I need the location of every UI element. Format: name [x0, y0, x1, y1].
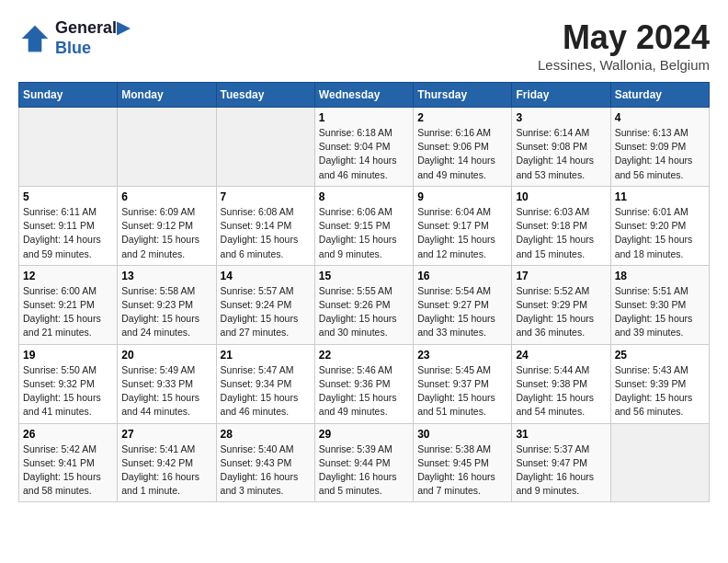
calendar-cell: 9Sunrise: 6:04 AMSunset: 9:17 PMDaylight… [414, 186, 512, 265]
weekday-header-monday: Monday [118, 83, 216, 108]
day-info: Sunrise: 6:13 AMSunset: 9:09 PMDaylight:… [615, 126, 705, 182]
calendar-cell: 3Sunrise: 6:14 AMSunset: 9:08 PMDaylight… [512, 108, 610, 187]
weekday-header-friday: Friday [512, 83, 610, 108]
day-info: Sunrise: 5:38 AMSunset: 9:45 PMDaylight:… [417, 442, 507, 499]
calendar-cell: 20Sunrise: 5:49 AMSunset: 9:33 PMDayligh… [118, 344, 216, 423]
day-info: Sunrise: 5:46 AMSunset: 9:36 PMDaylight:… [319, 363, 409, 419]
day-number: 2 [417, 111, 507, 124]
day-number: 21 [221, 349, 311, 362]
day-info: Sunrise: 5:45 AMSunset: 9:37 PMDaylight:… [417, 363, 507, 419]
day-number: 30 [417, 428, 507, 441]
calendar-cell: 5Sunrise: 6:11 AMSunset: 9:11 PMDaylight… [19, 186, 118, 265]
calendar-table: SundayMondayTuesdayWednesdayThursdayFrid… [18, 82, 710, 502]
day-number: 15 [319, 270, 409, 282]
calendar-cell: 22Sunrise: 5:46 AMSunset: 9:36 PMDayligh… [314, 344, 413, 423]
day-number: 22 [319, 349, 409, 362]
page-header: General▶ Blue May 2024 Lessines, Walloni… [18, 18, 710, 73]
logo-text: General▶ Blue [55, 18, 130, 58]
calendar-cell: 8Sunrise: 6:06 AMSunset: 9:15 PMDaylight… [314, 186, 413, 265]
day-info: Sunrise: 6:16 AMSunset: 9:06 PMDaylight:… [417, 126, 507, 182]
day-info: Sunrise: 5:49 AMSunset: 9:33 PMDaylight:… [121, 363, 211, 419]
day-number: 14 [221, 270, 311, 282]
day-info: Sunrise: 5:41 AMSunset: 9:42 PMDaylight:… [121, 442, 211, 499]
location-subtitle: Lessines, Wallonia, Belgium [538, 57, 710, 73]
day-number: 13 [121, 270, 211, 282]
day-info: Sunrise: 6:04 AMSunset: 9:17 PMDaylight:… [417, 205, 507, 261]
day-number: 29 [319, 428, 409, 441]
day-info: Sunrise: 5:51 AMSunset: 9:30 PMDaylight:… [615, 284, 705, 340]
day-info: Sunrise: 6:08 AMSunset: 9:14 PMDaylight:… [221, 205, 311, 261]
day-info: Sunrise: 5:37 AMSunset: 9:47 PMDaylight:… [516, 442, 606, 499]
calendar-cell: 16Sunrise: 5:54 AMSunset: 9:27 PMDayligh… [414, 265, 512, 344]
day-number: 6 [121, 190, 211, 203]
day-info: Sunrise: 5:44 AMSunset: 9:38 PMDaylight:… [516, 363, 606, 419]
logo-icon [18, 22, 51, 55]
day-number: 18 [615, 270, 705, 282]
calendar-cell: 6Sunrise: 6:09 AMSunset: 9:12 PMDaylight… [118, 186, 216, 265]
day-number: 17 [516, 270, 606, 282]
day-number: 12 [23, 270, 113, 282]
calendar-cell: 11Sunrise: 6:01 AMSunset: 9:20 PMDayligh… [610, 186, 709, 265]
day-info: Sunrise: 6:14 AMSunset: 9:08 PMDaylight:… [516, 126, 606, 182]
calendar-cell [118, 108, 216, 187]
day-number: 19 [23, 349, 113, 362]
day-info: Sunrise: 5:43 AMSunset: 9:39 PMDaylight:… [615, 363, 705, 419]
calendar-cell: 27Sunrise: 5:41 AMSunset: 9:42 PMDayligh… [118, 423, 216, 502]
day-number: 27 [121, 428, 211, 441]
logo: General▶ Blue [18, 18, 130, 58]
calendar-week-3: 12Sunrise: 6:00 AMSunset: 9:21 PMDayligh… [19, 265, 710, 344]
calendar-cell: 7Sunrise: 6:08 AMSunset: 9:14 PMDaylight… [216, 186, 314, 265]
day-number: 23 [417, 349, 507, 362]
day-info: Sunrise: 6:01 AMSunset: 9:20 PMDaylight:… [615, 205, 705, 261]
day-number: 11 [615, 190, 705, 203]
day-info: Sunrise: 6:03 AMSunset: 9:18 PMDaylight:… [516, 205, 606, 261]
calendar-cell: 18Sunrise: 5:51 AMSunset: 9:30 PMDayligh… [610, 265, 709, 344]
day-number: 4 [615, 111, 705, 124]
day-number: 25 [615, 349, 705, 362]
month-title: May 2024 [538, 18, 710, 57]
day-info: Sunrise: 5:54 AMSunset: 9:27 PMDaylight:… [417, 284, 507, 340]
day-number: 31 [516, 428, 606, 441]
day-info: Sunrise: 5:50 AMSunset: 9:32 PMDaylight:… [23, 363, 113, 419]
day-info: Sunrise: 5:52 AMSunset: 9:29 PMDaylight:… [516, 284, 606, 340]
calendar-week-5: 26Sunrise: 5:42 AMSunset: 9:41 PMDayligh… [19, 423, 710, 502]
day-number: 1 [319, 111, 409, 124]
weekday-header-sunday: Sunday [19, 83, 118, 108]
svg-marker-2 [22, 25, 49, 52]
calendar-cell: 19Sunrise: 5:50 AMSunset: 9:32 PMDayligh… [19, 344, 118, 423]
calendar-cell: 15Sunrise: 5:55 AMSunset: 9:26 PMDayligh… [314, 265, 413, 344]
day-number: 5 [23, 190, 113, 203]
calendar-cell: 1Sunrise: 6:18 AMSunset: 9:04 PMDaylight… [314, 108, 413, 187]
day-info: Sunrise: 6:00 AMSunset: 9:21 PMDaylight:… [23, 284, 113, 340]
day-info: Sunrise: 6:06 AMSunset: 9:15 PMDaylight:… [319, 205, 409, 261]
calendar-cell [216, 108, 314, 187]
day-info: Sunrise: 6:18 AMSunset: 9:04 PMDaylight:… [319, 126, 409, 182]
calendar-cell: 26Sunrise: 5:42 AMSunset: 9:41 PMDayligh… [19, 423, 118, 502]
weekday-header-tuesday: Tuesday [216, 83, 314, 108]
day-info: Sunrise: 5:58 AMSunset: 9:23 PMDaylight:… [121, 284, 211, 340]
calendar-cell: 14Sunrise: 5:57 AMSunset: 9:24 PMDayligh… [216, 265, 314, 344]
calendar-week-2: 5Sunrise: 6:11 AMSunset: 9:11 PMDaylight… [19, 186, 710, 265]
weekday-header-wednesday: Wednesday [314, 83, 413, 108]
calendar-week-1: 1Sunrise: 6:18 AMSunset: 9:04 PMDaylight… [19, 108, 710, 187]
day-info: Sunrise: 6:11 AMSunset: 9:11 PMDaylight:… [23, 205, 113, 261]
calendar-week-4: 19Sunrise: 5:50 AMSunset: 9:32 PMDayligh… [19, 344, 710, 423]
day-number: 20 [121, 349, 211, 362]
calendar-cell: 28Sunrise: 5:40 AMSunset: 9:43 PMDayligh… [216, 423, 314, 502]
day-number: 24 [516, 349, 606, 362]
calendar-cell: 21Sunrise: 5:47 AMSunset: 9:34 PMDayligh… [216, 344, 314, 423]
weekday-header-row: SundayMondayTuesdayWednesdayThursdayFrid… [19, 83, 710, 108]
calendar-cell: 31Sunrise: 5:37 AMSunset: 9:47 PMDayligh… [512, 423, 610, 502]
day-info: Sunrise: 5:42 AMSunset: 9:41 PMDaylight:… [23, 442, 113, 499]
calendar-cell: 12Sunrise: 6:00 AMSunset: 9:21 PMDayligh… [19, 265, 118, 344]
day-number: 7 [221, 190, 311, 203]
calendar-cell [19, 108, 118, 187]
calendar-cell: 30Sunrise: 5:38 AMSunset: 9:45 PMDayligh… [414, 423, 512, 502]
weekday-header-saturday: Saturday [610, 83, 709, 108]
calendar-cell [610, 423, 709, 502]
calendar-cell: 4Sunrise: 6:13 AMSunset: 9:09 PMDaylight… [610, 108, 709, 187]
day-info: Sunrise: 5:39 AMSunset: 9:44 PMDaylight:… [319, 442, 409, 499]
day-number: 16 [417, 270, 507, 282]
title-block: May 2024 Lessines, Wallonia, Belgium [538, 18, 710, 73]
calendar-cell: 10Sunrise: 6:03 AMSunset: 9:18 PMDayligh… [512, 186, 610, 265]
